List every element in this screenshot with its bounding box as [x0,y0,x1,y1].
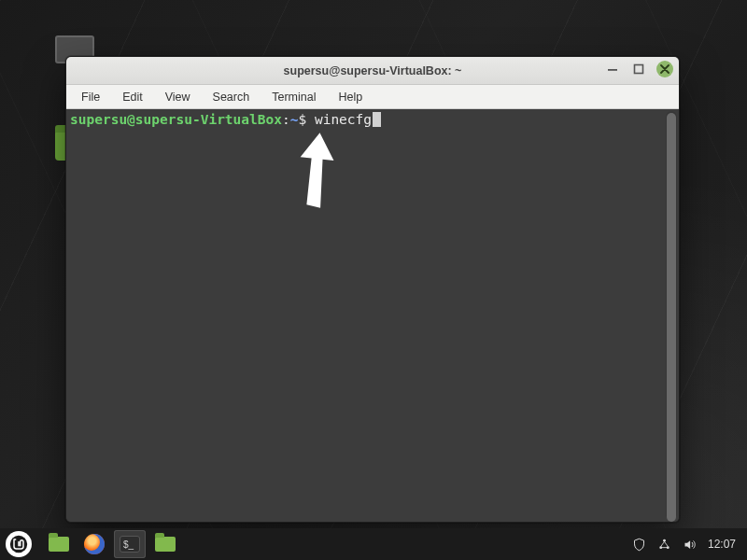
svg-point-3 [663,539,666,541]
files-icon [49,537,69,552]
minimize-button[interactable] [604,61,621,77]
close-button[interactable] [656,61,673,77]
taskbar-folder[interactable] [149,530,181,558]
prompt-user-host: supersu@supersu-VirtualBox [70,112,282,127]
terminal-command: winecfg [315,112,372,127]
start-menu-button[interactable] [6,531,32,557]
terminal-body[interactable]: supersu@supersu-VirtualBox:~$ winecfg [66,109,679,522]
maximize-icon [633,63,644,75]
terminal-scrollbar[interactable] [666,111,677,520]
taskbar-firefox[interactable] [78,530,110,558]
prompt-colon: : [282,112,290,127]
volume-icon[interactable] [683,538,697,552]
close-icon [660,64,669,74]
terminal-glyph: $_ [123,539,134,550]
prompt-dollar: $ [298,112,314,127]
firefox-icon [84,534,105,554]
scrollbar-thumb[interactable] [667,113,676,522]
window-title: supersu@supersu-VirtualBox: ~ [284,64,462,77]
menu-file[interactable]: File [72,88,109,106]
shield-icon[interactable] [632,538,646,552]
menu-edit[interactable]: Edit [113,88,152,106]
taskbar: $_ 12:07 [0,528,747,560]
folder-icon [155,537,176,552]
terminal-cursor [373,112,381,127]
menu-help[interactable]: Help [329,88,372,106]
system-tray: 12:07 [632,538,741,552]
window-titlebar[interactable]: supersu@supersu-VirtualBox: ~ [66,57,679,85]
terminal-icon: $_ [120,536,140,553]
window-controls [604,61,673,77]
menu-terminal[interactable]: Terminal [262,88,325,106]
network-icon[interactable] [657,538,671,552]
minimize-icon [607,63,618,75]
menu-search[interactable]: Search [204,88,260,106]
taskbar-clock[interactable]: 12:07 [708,538,736,551]
terminal-window[interactable]: supersu@supersu-VirtualBox: ~ File Edit … [65,56,680,523]
menu-view[interactable]: View [156,88,200,106]
svg-rect-0 [608,69,617,71]
taskbar-terminal[interactable]: $_ [114,530,146,558]
maximize-button[interactable] [630,61,647,77]
taskbar-files[interactable] [43,530,75,558]
menubar: File Edit View Search Terminal Help [66,85,679,109]
svg-rect-1 [635,65,643,74]
mint-logo-icon [9,535,28,553]
